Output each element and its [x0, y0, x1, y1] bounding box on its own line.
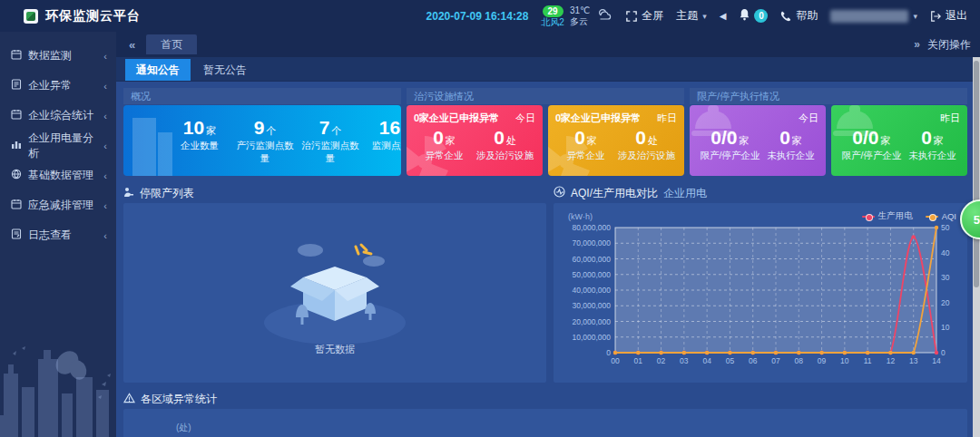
sidebar-item-enterprise-abnormal[interactable]: 企业异常‹ [0, 71, 116, 101]
sidebar-item-emergency[interactable]: 应急减排管理‹ [0, 190, 116, 220]
svg-text:00: 00 [611, 356, 620, 365]
panel-title: AQI/生产用电对比 [571, 186, 658, 201]
limit-card-yesterday: 昨日 0/0家 限产/停产企业 0家 未执行企业 [831, 105, 967, 176]
y-axis-unit-label: (kW·h) [568, 212, 593, 221]
stat-pollution-source-points: 9个 产污监测点数量 [232, 117, 298, 163]
list-icon [123, 187, 134, 200]
svg-text:11: 11 [864, 356, 872, 365]
sidebar-item-data-monitor[interactable]: 数据监测‹ [0, 41, 116, 71]
notification-bell[interactable]: 0 [739, 8, 768, 24]
section-title-treatment: 治污设施情况 [407, 88, 684, 104]
phone-icon [780, 11, 791, 22]
stat-monitor-points: 16个 监测点数量 [363, 117, 401, 151]
aqi-chart-body: (kW·h) 生产用电 AQI [554, 203, 967, 383]
bell-icon [739, 8, 750, 24]
chevron-left-icon: ‹ [103, 111, 107, 121]
theme-dropdown[interactable]: 主题 ▾ [676, 8, 707, 24]
treatment-card-today: 0家企业已申报异常今日 0家 异常企业 0处 涉及治污设施 [407, 105, 543, 176]
tabs-scroll-right-icon: » [914, 38, 920, 51]
tab-no-notice[interactable]: 暂无公告 [192, 59, 258, 81]
svg-text:50,000,000: 50,000,000 [572, 270, 611, 279]
datetime-label: 2020-07-09 16:14:28 [426, 10, 529, 23]
svg-text:03: 03 [680, 356, 689, 365]
stat-not-executed: 0家 未执行企业 [905, 127, 960, 161]
legend-marker [926, 216, 938, 218]
svg-text:10,000,000: 10,000,000 [572, 333, 611, 342]
stat-not-executed: 0家 未执行企业 [763, 127, 818, 161]
sidebar-item-enterprise-stats[interactable]: 企业综合统计‹ [0, 101, 116, 131]
chevron-left-icon: ‹ [103, 51, 107, 62]
stat-treatment-points: 7个 治污监测点数量 [298, 117, 363, 163]
chevron-left-icon: ‹ [103, 81, 107, 92]
svg-text:30,000,000: 30,000,000 [572, 301, 611, 310]
app-title: 环保监测云平台 [45, 8, 141, 24]
chevron-down-icon: ▾ [913, 12, 917, 21]
svg-text:01: 01 [634, 356, 643, 365]
chevron-left-icon: ‹ [103, 170, 107, 181]
vertical-scrollbar[interactable] [973, 57, 980, 437]
chevron-down-icon: ▾ [702, 12, 707, 21]
stat-involved-facilities: 0处 涉及治污设施 [475, 127, 535, 161]
enterprise-power-link[interactable]: 企业用电 [663, 186, 707, 201]
sidebar-item-base-data[interactable]: 基础数据管理‹ [0, 160, 116, 190]
svg-text:60,000,000: 60,000,000 [572, 255, 611, 264]
stop-limit-list-body: 暂无数据 [123, 203, 546, 383]
treatment-card-yesterday: 0家企业已申报异常昨日 0家 异常企业 0处 涉及治污设施 [548, 105, 684, 176]
svg-text:20: 20 [941, 298, 950, 307]
section-limit-production: 限产/停产执行情况 今日 0/0家 限产/停产企业 [690, 88, 967, 176]
sidebar: 数据监测‹ 企业异常‹ 企业综合统计‹ 企业用电量分析‹ 基础数据管理‹ 应急减… [0, 32, 116, 437]
tab-notice[interactable]: 通知公告 [125, 59, 191, 81]
section-overview: 概况 10家 [123, 88, 401, 176]
svg-text:50: 50 [941, 223, 950, 232]
user-menu[interactable]: ▾ [830, 10, 917, 23]
stop-limit-list-panel: 停限产列表 [123, 183, 546, 383]
region-abnormal-panel: 各区域异常统计 (处) 1 [123, 389, 967, 437]
calendar-icon [11, 199, 22, 212]
sidebar-item-power-analysis[interactable]: 企业用电量分析‹ [0, 131, 116, 160]
chevron-left-icon: ‹ [103, 200, 107, 211]
scrollbar-thumb[interactable] [974, 61, 979, 287]
globe-icon [11, 169, 22, 182]
legend-item-aqi[interactable]: AQI [926, 211, 956, 221]
stat-abnormal-enterprises: 0家 异常企业 [414, 127, 475, 161]
tab-bar: « 首页 » 关闭操作 [116, 32, 980, 57]
svg-text:20,000,000: 20,000,000 [572, 317, 611, 326]
svg-text:80,000,000: 80,000,000 [572, 223, 611, 232]
svg-text:07: 07 [771, 356, 780, 365]
chart-legend: 生产用电 AQI [862, 210, 956, 222]
fullscreen-icon [626, 11, 637, 22]
legend-marker [862, 216, 875, 218]
top-header: 环保监测云平台 2020-07-09 16:14:28 29 北风2 31℃ 多… [0, 0, 980, 32]
chevron-left-icon: ‹ [103, 141, 107, 151]
region-axis-unit: (处) [176, 422, 967, 434]
svg-text:0: 0 [941, 348, 946, 357]
logo-icon [24, 9, 38, 24]
weather-widget: 29 北风2 31℃ 多云 [541, 5, 613, 27]
app-logo: 环保监测云平台 [24, 8, 141, 24]
svg-text:08: 08 [795, 356, 804, 365]
sidebar-item-logs[interactable]: 日志查看‹ [0, 220, 116, 250]
svg-text:70,000,000: 70,000,000 [572, 238, 611, 248]
partly-cloudy-icon [595, 7, 613, 25]
limit-card-today: 今日 0/0家 限产/停产企业 0家 未执行企业 [690, 105, 826, 176]
help-button[interactable]: 帮助 [780, 8, 818, 24]
wind-label: 北风2 [541, 17, 564, 27]
app-window: 环保监测云平台 2020-07-09 16:14:28 29 北风2 31℃ 多… [0, 0, 980, 437]
legend-item-power[interactable]: 生产用电 [862, 210, 913, 222]
pulse-icon [554, 186, 565, 200]
notification-count-badge: 0 [754, 9, 768, 23]
section-title-limit: 限产/停产执行情况 [690, 88, 967, 104]
bar-chart-icon [11, 139, 22, 152]
svg-text:40: 40 [941, 248, 950, 257]
close-operations-button[interactable]: » 关闭操作 [914, 37, 971, 53]
logout-icon [930, 11, 941, 22]
condition-label: 多云 [570, 16, 588, 27]
svg-text:05: 05 [726, 356, 735, 365]
empty-text: 暂无数据 [315, 343, 355, 356]
logout-button[interactable]: 退出 [930, 8, 967, 24]
tabs-scroll-left-icon[interactable]: « [125, 38, 139, 52]
collapse-left-icon[interactable]: ◀ [720, 11, 727, 21]
section-title-overview: 概况 [123, 88, 401, 104]
fullscreen-button[interactable]: 全屏 [626, 8, 663, 24]
tab-home[interactable]: 首页 [146, 34, 197, 54]
